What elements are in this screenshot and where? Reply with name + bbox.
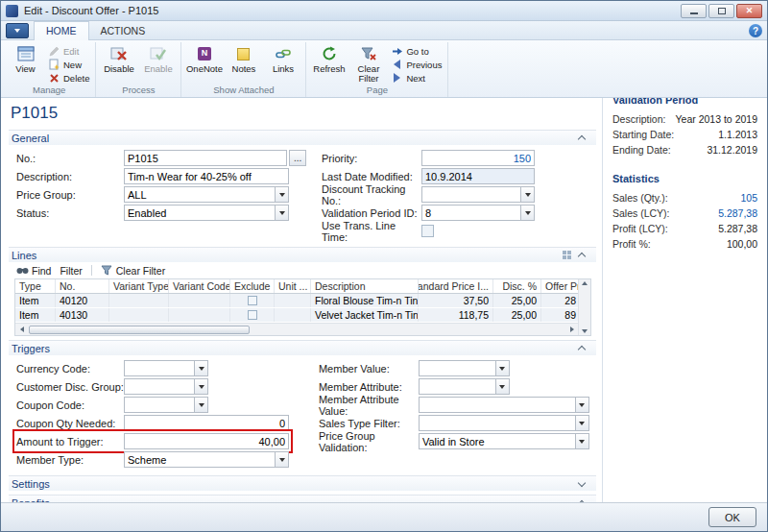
scroll-right-button[interactable]: [565, 324, 578, 336]
sales-type-filter-select[interactable]: [419, 415, 589, 431]
col-variant-type[interactable]: Variant Type: [109, 279, 169, 293]
enable-button[interactable]: Enable: [138, 42, 178, 85]
delete-button[interactable]: Delete: [45, 71, 92, 85]
validation-period-id-select[interactable]: [421, 205, 535, 221]
disable-button[interactable]: Disable: [99, 42, 138, 85]
col-disc-pct[interactable]: Disc. %: [493, 279, 541, 293]
grid-row[interactable]: Item 40120 Floral Blouse Tim-n Tina Wear…: [15, 294, 578, 308]
col-exclude[interactable]: Exclude: [230, 279, 275, 293]
grid-row[interactable]: Item 40130 Velvet Jacket Tim-n Tina Wear…: [15, 308, 578, 323]
tab-home[interactable]: HOME: [34, 21, 89, 40]
assist-edit-button[interactable]: ...: [289, 150, 306, 166]
new-label: New: [63, 60, 82, 70]
factbox-row: Starting Date: 1.1.2013: [612, 127, 757, 142]
vertical-scrollbar[interactable]: [578, 279, 590, 335]
member-value-select[interactable]: [419, 360, 510, 376]
filter-button[interactable]: Filter: [60, 265, 82, 277]
edit-button[interactable]: Edit: [45, 44, 92, 58]
priority-label: Priority:: [322, 153, 421, 164]
horizontal-scrollbar[interactable]: [15, 323, 578, 335]
status-select[interactable]: [124, 205, 289, 221]
refresh-button[interactable]: Refresh: [309, 42, 348, 85]
member-type-select[interactable]: [124, 451, 289, 468]
col-no[interactable]: No.: [56, 279, 109, 293]
dropdown-arrow-icon[interactable]: [575, 397, 589, 413]
discount-tracking-no-select[interactable]: [421, 186, 535, 203]
col-description[interactable]: Description: [311, 279, 419, 293]
dropdown-arrow-icon[interactable]: [275, 186, 289, 203]
col-type[interactable]: Type: [15, 279, 56, 293]
col-unit[interactable]: Unit ...: [275, 279, 311, 293]
sales-qty-link[interactable]: 105: [740, 192, 757, 204]
section-header-general[interactable]: General: [9, 130, 596, 145]
ribbon-group-manage: View Edit New: [3, 42, 96, 97]
minimize-button[interactable]: [681, 4, 707, 18]
col-variant-code[interactable]: Variant Code: [169, 279, 230, 293]
sales-lcy-link[interactable]: 5.287,38: [718, 207, 757, 219]
description-input[interactable]: [124, 168, 289, 184]
member-attribute-value-select[interactable]: [419, 397, 589, 413]
dropdown-arrow-icon[interactable]: [495, 360, 510, 376]
view-button[interactable]: View: [6, 42, 45, 85]
help-button[interactable]: ?: [749, 24, 762, 37]
onenote-button[interactable]: N OneNote: [184, 42, 224, 85]
maximize-button[interactable]: [708, 4, 734, 18]
coupon-code-select[interactable]: [124, 397, 208, 413]
links-button[interactable]: Links: [263, 42, 302, 85]
group-label-manage: Manage: [6, 85, 92, 97]
maximize-icon: [718, 8, 726, 14]
tab-actions[interactable]: ACTIONS: [89, 22, 157, 39]
price-group-validation-select[interactable]: [419, 433, 589, 449]
next-button[interactable]: Next: [388, 71, 444, 85]
sales-type-filter-label: Sales Type Filter:: [319, 418, 419, 429]
new-button[interactable]: New: [45, 58, 92, 71]
customize-icon[interactable]: [563, 251, 571, 259]
dropdown-arrow-icon[interactable]: [194, 397, 208, 413]
col-standard-price[interactable]: Standard Price I...: [419, 279, 493, 293]
clear-filter-icon: [359, 45, 378, 62]
section-header-settings[interactable]: Settings: [9, 475, 596, 491]
previous-button[interactable]: Previous: [388, 58, 444, 71]
priority-input[interactable]: [421, 150, 535, 166]
chain-link-icon: [274, 45, 293, 62]
exclude-checkbox[interactable]: [248, 296, 257, 305]
notes-button[interactable]: Notes: [224, 42, 263, 85]
exclude-checkbox[interactable]: [248, 310, 257, 320]
dropdown-arrow-icon[interactable]: [520, 205, 535, 221]
coupon-qty-needed-input[interactable]: [124, 415, 289, 431]
scroll-left-button[interactable]: [15, 324, 28, 336]
app-menu-button[interactable]: [6, 23, 29, 38]
scroll-up-button[interactable]: [582, 281, 588, 285]
section-header-benefits[interactable]: Benefits: [9, 495, 596, 502]
clear-filter-button[interactable]: Clear Filter: [348, 42, 388, 85]
goto-button[interactable]: Go to: [388, 44, 444, 58]
no-input[interactable]: [124, 150, 287, 166]
dropdown-arrow-icon[interactable]: [520, 186, 535, 203]
dropdown-arrow-icon[interactable]: [275, 451, 289, 468]
dropdown-arrow-icon[interactable]: [575, 433, 589, 449]
dropdown-arrow-icon[interactable]: [275, 205, 289, 221]
amount-to-trigger-input[interactable]: [124, 433, 289, 449]
section-header-lines[interactable]: Lines: [9, 247, 596, 262]
member-attribute-select[interactable]: [419, 378, 510, 395]
grid-header-row: Type No. Variant Type Variant Code Exclu…: [15, 279, 578, 294]
scrollbar-thumb[interactable]: [29, 326, 250, 334]
dropdown-arrow-icon[interactable]: [495, 378, 510, 395]
clear-filter-toolbar-button[interactable]: Clear Filter: [101, 265, 165, 277]
scroll-down-button[interactable]: [582, 329, 588, 333]
customer-disc-group-select[interactable]: [124, 378, 208, 395]
ok-button[interactable]: OK: [708, 507, 756, 527]
close-button[interactable]: ✕: [736, 4, 762, 18]
use-trans-line-time-checkbox[interactable]: [421, 225, 434, 237]
dropdown-arrow-icon[interactable]: [575, 415, 589, 431]
currency-code-select[interactable]: [124, 360, 208, 376]
price-group-select[interactable]: [124, 186, 289, 203]
section-header-triggers[interactable]: Triggers: [9, 340, 596, 355]
delete-label: Delete: [63, 73, 89, 84]
dropdown-arrow-icon[interactable]: [194, 360, 208, 376]
find-button[interactable]: Find: [16, 265, 51, 277]
col-offer-price[interactable]: Offer Price Inc...: [541, 279, 580, 293]
amount-to-trigger-highlight: Amount to Trigger:: [16, 433, 289, 449]
goto-arrow-icon: [391, 45, 403, 57]
dropdown-arrow-icon[interactable]: [194, 378, 208, 395]
